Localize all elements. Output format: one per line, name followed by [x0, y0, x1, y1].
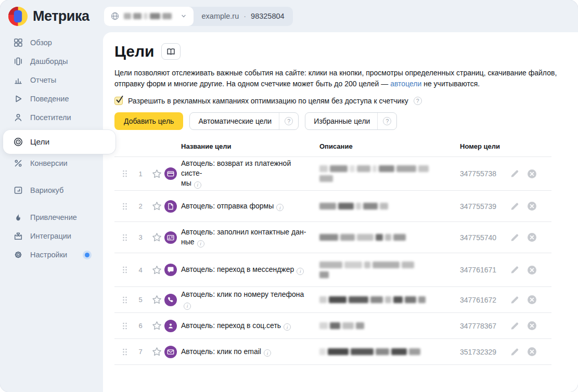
sidebar-item-behavior[interactable]: Поведение	[0, 89, 103, 108]
delete-goal-button[interactable]	[527, 265, 537, 275]
goal-row-1: 1 Автоцель: возврат из платежной систе-м…	[114, 157, 551, 191]
drag-dots-icon	[122, 348, 128, 356]
goal-description-redacted	[319, 203, 449, 210]
star-icon	[152, 321, 162, 331]
counter-info: example.ru · 98325804	[194, 7, 293, 26]
drag-handle[interactable]	[122, 296, 128, 304]
sidebar-item-variocube[interactable]: Вариокуб	[0, 181, 103, 200]
drag-handle[interactable]	[122, 266, 128, 274]
goal-name: Автоцель: клик по emaili	[181, 347, 311, 357]
goal-row-3: 3 Автоцель: заполнил контактные дан-ныеi…	[114, 222, 551, 253]
info-icon[interactable]: i	[276, 204, 284, 211]
counter-domain: example.ru	[202, 12, 239, 20]
form-submit-icon	[164, 200, 177, 213]
pencil-icon	[510, 347, 519, 357]
edit-goal-button[interactable]	[510, 321, 520, 331]
sidebar-nav: Обзор Дашборды Отчеты Поведение Посетите…	[0, 32, 103, 392]
edit-goal-button[interactable]	[510, 347, 520, 357]
delete-goal-button[interactable]	[527, 347, 537, 357]
delete-goal-button[interactable]	[527, 169, 537, 179]
overview-icon	[13, 37, 23, 48]
goal-row-5: 5 Автоцель: клик по номеру телефонаi 347…	[114, 287, 551, 313]
goal-number: 347755738	[460, 169, 504, 178]
goal-name: Автоцель: заполнил контактные дан-ныеi	[181, 227, 311, 247]
star-icon	[152, 201, 162, 211]
delete-goal-button[interactable]	[527, 295, 537, 305]
favorite-star[interactable]	[152, 169, 162, 179]
auto-goals-button[interactable]: Автоматические цели ?	[189, 112, 299, 130]
favorite-star[interactable]	[152, 295, 162, 305]
edit-goal-button[interactable]	[510, 295, 520, 305]
sidebar-item-visitors[interactable]: Посетители	[0, 108, 103, 127]
sidebar-item-settings[interactable]: Настройки	[0, 245, 103, 264]
delete-goal-button[interactable]	[527, 201, 537, 211]
drag-dots-icon	[122, 322, 128, 330]
info-icon[interactable]: i	[197, 240, 204, 247]
goal-name: Автоцель: переход в соц.сетьi	[181, 321, 311, 331]
docs-button[interactable]	[161, 43, 181, 60]
content-card: Цели Цели позволяют отслеживать важные с…	[103, 32, 578, 392]
goal-name: Автоцель: возврат из платежной систе-мыi	[181, 159, 311, 189]
globe-icon	[110, 11, 120, 21]
edit-goal-button[interactable]	[510, 265, 520, 275]
info-icon[interactable]: i	[284, 323, 291, 331]
sidebar-item-conversions[interactable]: Конверсии	[0, 154, 103, 173]
star-icon	[152, 232, 162, 242]
favorite-star[interactable]	[152, 232, 162, 242]
pencil-icon	[510, 169, 519, 178]
info-icon[interactable]: i	[297, 268, 304, 275]
sidebar-item-attraction[interactable]: Привлечение	[0, 208, 103, 227]
column-header-description: Описание	[319, 142, 460, 150]
edit-goal-button[interactable]	[510, 233, 520, 242]
email-click-icon	[164, 346, 177, 358]
optimize-checkbox-label: Разрешить в рекламных кампаниях оптимиза…	[128, 97, 408, 105]
close-icon	[527, 295, 537, 305]
info-icon[interactable]: i	[184, 303, 191, 310]
drag-handle[interactable]	[122, 233, 128, 242]
favorite-star[interactable]	[152, 201, 162, 211]
optimize-checkbox[interactable]	[114, 97, 123, 105]
help-icon[interactable]: ?	[414, 97, 422, 105]
favorite-goals-button[interactable]: Избранные цели ?	[305, 112, 397, 130]
help-icon[interactable]: ?	[285, 117, 293, 125]
sidebar-item-integrations[interactable]: Интеграции	[0, 227, 103, 245]
sidebar-item-overview[interactable]: Обзор	[0, 33, 103, 52]
drag-handle[interactable]	[122, 322, 128, 330]
chevron-down-icon	[180, 13, 187, 19]
social-network-icon	[164, 320, 177, 332]
edit-goal-button[interactable]	[510, 169, 520, 178]
drag-handle[interactable]	[122, 202, 128, 211]
favorite-star[interactable]	[152, 321, 162, 331]
goal-description-redacted	[319, 348, 449, 355]
info-icon[interactable]: i	[264, 349, 271, 357]
notification-dot	[85, 253, 89, 257]
add-goal-button[interactable]: Добавить цель	[114, 112, 183, 130]
topbar: Метрика example.ru · 98325804	[0, 0, 578, 32]
row-number: 5	[133, 296, 148, 304]
delete-goal-button[interactable]	[527, 232, 537, 242]
close-icon	[527, 321, 537, 331]
favorite-star[interactable]	[152, 265, 162, 275]
goal-number: 347755739	[460, 202, 504, 211]
goal-description-redacted	[319, 234, 449, 241]
edit-goal-button[interactable]	[510, 202, 520, 211]
delete-goal-button[interactable]	[527, 321, 537, 331]
drag-handle[interactable]	[122, 348, 128, 356]
favorite-star[interactable]	[152, 347, 162, 357]
sidebar-item-reports[interactable]: Отчеты	[0, 71, 103, 89]
star-icon	[152, 347, 162, 357]
counter-select[interactable]	[104, 7, 194, 26]
help-icon[interactable]: ?	[383, 117, 391, 125]
drag-handle[interactable]	[122, 169, 128, 178]
sidebar-item-goals[interactable]: Цели	[3, 130, 115, 154]
counter-switcher[interactable]: example.ru · 98325804	[104, 7, 293, 26]
dashboards-icon	[13, 56, 23, 67]
autogoals-link[interactable]: автоцели	[390, 80, 421, 88]
metrika-logo[interactable]: Метрика	[8, 7, 89, 26]
info-icon[interactable]: i	[194, 181, 201, 189]
goal-row-2: 2 Автоцель: отправка формыi 347755739	[114, 191, 551, 222]
visitors-icon	[13, 112, 23, 123]
sidebar-item-dashboards[interactable]: Дашборды	[0, 52, 103, 71]
column-header-number: Номер цели	[460, 142, 500, 150]
page-intro: Цели позволяют отслеживать важные событи…	[114, 68, 574, 89]
